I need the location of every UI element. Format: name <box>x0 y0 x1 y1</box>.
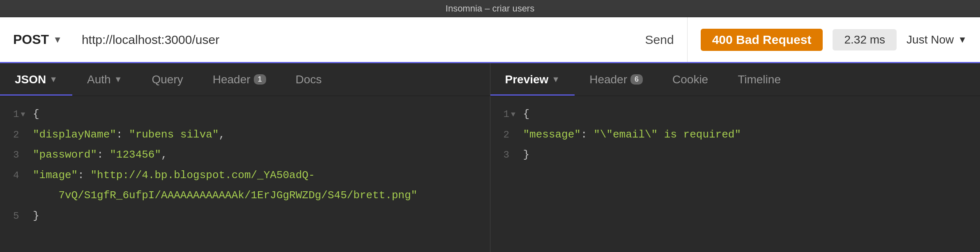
resp-line-number-1: 1▼ <box>504 107 523 122</box>
title-bar: Insomnia – criar users <box>0 0 980 17</box>
tab-auth-chevron-icon: ▼ <box>114 75 122 84</box>
response-time: 2.32 ms <box>833 29 897 50</box>
tab-timeline-label: Timeline <box>738 73 781 86</box>
line-number-3: 3 <box>13 147 33 163</box>
code-image-val: 7vQ/S1gfR_6ufpI/AAAAAAAAAAAAk/1ErJGgRWZD… <box>33 187 417 204</box>
left-tab-section: JSON ▼ Auth ▼ Query Header 1 Docs <box>0 63 490 96</box>
code-line-4b: 7vQ/S1gfR_6ufpI/AAAAAAAAAAAAk/1ErJGgRWZD… <box>0 186 490 206</box>
code-line-1: 1▼ { <box>0 104 490 125</box>
timestamp-chevron-icon: ▼ <box>958 34 967 45</box>
tab-preview[interactable]: Preview ▼ <box>490 63 575 96</box>
method-chevron-icon: ▼ <box>53 34 62 45</box>
response-pane: 1▼ { 2 "message": "\"email\" is required… <box>490 96 980 252</box>
code-line-3: 3 "password": "123456", <box>0 145 490 165</box>
send-button[interactable]: Send <box>632 33 687 47</box>
header-badge: 1 <box>254 74 266 85</box>
line-number-1: 1▼ <box>13 107 33 122</box>
tab-json-chevron-icon: ▼ <box>49 75 58 84</box>
resp-message: "message": "\"email\" is required" <box>523 126 741 144</box>
line-number-5: 5 <box>13 208 33 224</box>
timestamp-label: Just Now <box>906 33 954 46</box>
resp-brace-close: } <box>523 147 530 164</box>
method-selector[interactable]: POST ▼ <box>13 32 72 47</box>
status-badge: 400 Bad Request <box>701 29 823 51</box>
tab-query-label: Query <box>152 73 183 86</box>
line-number-4: 4 <box>13 168 33 183</box>
tab-docs-label: Docs <box>296 73 322 86</box>
tab-header[interactable]: Header 1 <box>198 63 281 96</box>
resp-code-line-3: 3 } <box>490 145 980 165</box>
response-meta: 400 Bad Request 2.32 ms Just Now ▼ <box>687 17 967 62</box>
right-tab-section: Preview ▼ Header 6 Cookie Timeline <box>490 63 980 96</box>
resp-line-number-2: 2 <box>504 127 523 143</box>
tab-response-header[interactable]: Header 6 <box>575 63 658 96</box>
tab-query[interactable]: Query <box>137 63 198 96</box>
code-line-5: 5 } <box>0 206 490 227</box>
code-password: "password": "123456", <box>33 147 168 164</box>
code-brace-close: } <box>33 208 39 225</box>
tab-preview-chevron-icon: ▼ <box>552 75 560 84</box>
timestamp[interactable]: Just Now ▼ <box>906 33 967 46</box>
resp-code-line-1: 1▼ { <box>490 104 980 125</box>
code-image-key: "image": "http://4.bp.blogspot.com/_YA50… <box>33 167 315 184</box>
tab-auth-label: Auth <box>87 73 111 86</box>
resp-line-number-3: 3 <box>504 147 523 163</box>
tab-json-label: JSON <box>15 73 46 86</box>
method-label: POST <box>13 32 49 47</box>
code-brace-open: { <box>33 106 39 123</box>
code-line-2: 2 "displayName": "rubens silva", <box>0 125 490 145</box>
tab-auth[interactable]: Auth ▼ <box>72 63 137 96</box>
response-header-badge: 6 <box>630 74 643 85</box>
url-bar: POST ▼ Send 400 Bad Request 2.32 ms Just… <box>0 17 980 63</box>
tab-cookie[interactable]: Cookie <box>658 63 723 96</box>
tab-cookie-label: Cookie <box>672 73 708 86</box>
request-pane: 1▼ { 2 "displayName": "rubens silva", 3 … <box>0 96 490 252</box>
tab-timeline[interactable]: Timeline <box>723 63 796 96</box>
resp-code-line-2: 2 "message": "\"email\" is required" <box>490 125 980 145</box>
tab-bar: JSON ▼ Auth ▼ Query Header 1 Docs Previe… <box>0 63 980 96</box>
tab-header-label: Header <box>213 73 251 86</box>
app-title: Insomnia – criar users <box>446 3 534 14</box>
tab-docs[interactable]: Docs <box>281 63 337 96</box>
code-display-name: "displayName": "rubens silva", <box>33 126 225 144</box>
tab-json[interactable]: JSON ▼ <box>0 63 72 96</box>
resp-brace-open: { <box>523 106 530 123</box>
line-number-2: 2 <box>13 127 33 143</box>
url-input[interactable] <box>72 33 632 47</box>
content-area: 1▼ { 2 "displayName": "rubens silva", 3 … <box>0 96 980 252</box>
tab-preview-label: Preview <box>505 73 549 86</box>
tab-response-header-label: Header <box>589 73 627 86</box>
code-line-4: 4 "image": "http://4.bp.blogspot.com/_YA… <box>0 165 490 186</box>
